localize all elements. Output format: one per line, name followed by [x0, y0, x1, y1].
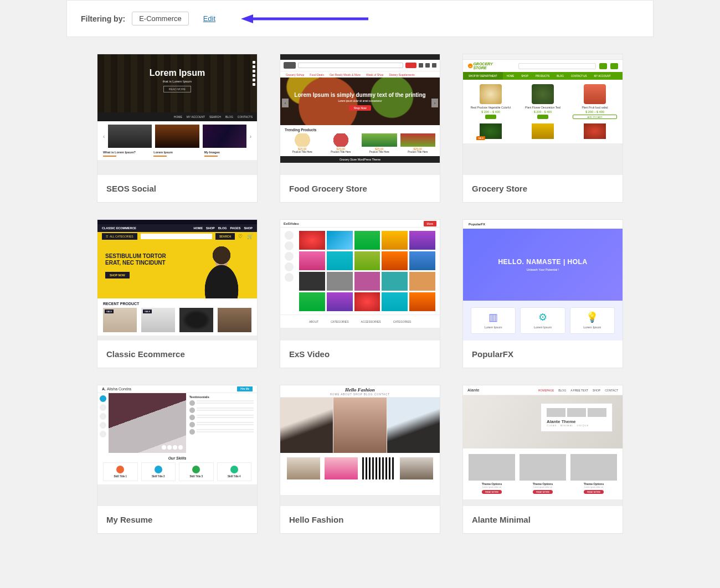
cart-icon [610, 63, 618, 69]
thumb-nav-item: PRODUCTS [532, 75, 553, 78]
thumb-nav-item: HOMEPAGE [538, 389, 554, 392]
thumb-nav-item: HOME [503, 75, 518, 78]
thumb-card-title: Theme Options [520, 482, 566, 486]
thumb-section-title: Our Skills [103, 456, 251, 460]
thumb-button: ALL CATEGORIES [110, 235, 133, 238]
theme-title: SEOS Social [97, 175, 257, 202]
menu-icon: ☰ [106, 235, 108, 238]
theme-card[interactable]: Lorem Ipsum that is Lorem Ipsum READ MOR… [97, 54, 258, 203]
bulb-icon: 💡 [573, 312, 612, 322]
theme-card[interactable]: PopularFX HELLO. NAMASTE | HOLA Unleash … [462, 219, 623, 368]
thumb-logo: Alante [467, 388, 479, 392]
theme-thumbnail: CLASSIC ECOMMERCE HOME SHOP BLOG PAGES S… [97, 220, 257, 341]
theme-card[interactable]: Hello Fashion HOME ABOUT SHOP BLOG CONTA… [280, 385, 440, 534]
thumb-nav-item: BLOG [558, 389, 566, 392]
thumb-button: READ MORE [482, 490, 502, 494]
thumb-logo: CLASSIC ECOMMERCE [102, 226, 136, 230]
thumb-price: $ 200 - $ 400 [521, 110, 565, 114]
theme-card[interactable]: Grocery Sshop Food Deals Get Ready Meals… [280, 54, 440, 203]
thumb-card-title: Theme Options [570, 482, 617, 486]
thumb-button: More [424, 221, 436, 226]
thumb-skill: Skill Title 4 [219, 475, 250, 478]
filter-edit-link[interactable]: Edit [203, 14, 215, 23]
thumb-nav-item: MY ACCOUNT [187, 115, 205, 118]
theme-title: My Resume [97, 506, 257, 533]
theme-card[interactable]: CLASSIC ECOMMERCE HOME SHOP BLOG PAGES S… [97, 219, 258, 368]
thumb-footer: Grocery Store WordPress Theme [280, 156, 440, 163]
thumb-card-label: Lorem Ipsum [474, 326, 513, 329]
thumb-subheading: CLEAN . MINIMAL . UNIQUE [547, 424, 606, 427]
thumb-heading: Lorem Ipsum [97, 54, 257, 78]
theme-thumbnail: ExSVideoMore ABOUT CATEGORIES ACCESSORIE… [280, 220, 440, 341]
thumb-nav-item: SEARCH [209, 115, 221, 118]
theme-title: Grocery Store [463, 175, 623, 202]
thumb-button: READ MORE [163, 86, 191, 92]
thumb-name: Alisha Condra [107, 387, 131, 391]
thumb-product-name: Product Title Here [400, 151, 436, 153]
thumb-card-label: Lorem Ipsum [573, 326, 612, 329]
theme-card[interactable]: ExSVideoMore ABOUT CATEGORIES ACCESSORIE… [280, 219, 440, 368]
thumb-product-name: Product Title Here [362, 151, 397, 153]
thumb-button: Shop Now [349, 105, 371, 111]
theme-title: Alante Minimal [463, 506, 623, 533]
thumb-subheading: Lorem ipsum dolor sit amet consectetur [338, 100, 382, 102]
theme-card[interactable]: Alante HOMEPAGE BLOG A FREE TEXT SHOP CO… [462, 385, 623, 534]
thumb-heading: HELLO. NAMASTE | HOLA [498, 258, 587, 266]
search-icon [599, 63, 607, 69]
thumb-card-title: Theme Options [469, 482, 515, 486]
thumb-heading: Alante Theme [547, 419, 606, 424]
thumb-nav-item: Dietary Supplements [389, 73, 414, 76]
theme-card[interactable]: A. Alisha CondraHire Me Testimonials Our… [97, 385, 258, 534]
thumb-nav-item: CONTACT US [568, 75, 590, 78]
thumb-product-name: Product Title Here [285, 151, 320, 153]
theme-title: Hello Fashion [280, 506, 440, 533]
thumb-nav-item: SHOP [206, 226, 215, 230]
thumb-badge: SALE [105, 310, 114, 313]
thumb-caption: What is Lorem Ipsum? [103, 151, 150, 154]
thumb-nav-item: CONTACTS [238, 115, 253, 118]
theme-thumbnail: Grocery Sshop Food Deals Get Ready Meals… [280, 54, 440, 175]
gear-icon: ⚙ [523, 312, 562, 322]
thumb-heading: Lorem Ipsum is simply dummy text of the … [294, 92, 425, 99]
chevron-left-icon: ‹ [103, 133, 105, 140]
filter-tag[interactable]: E-Commerce [132, 12, 189, 25]
thumb-subheading: that is Lorem Ipsum [97, 80, 257, 83]
thumb-logo: Hello Fashion [280, 387, 440, 393]
thumb-nav: HOME ABOUT SHOP BLOG CONTACT [280, 393, 440, 396]
thumb-product-name: Plant Flower Decoration Teal [521, 106, 565, 109]
thumb-section-title: Testimonials [189, 395, 254, 399]
chevron-right-icon: › [250, 133, 251, 140]
thumb-nav-item: HOME [174, 115, 182, 118]
thumb-nav-item: BLOG [553, 75, 567, 78]
theme-title: PopularFX [463, 341, 623, 368]
thumb-subheading: Unleash Your Potential ! [527, 268, 559, 271]
thumb-nav-item: Food Deals [310, 73, 324, 76]
thumb-logo: GROCERY STORE [473, 62, 495, 70]
theme-thumbnail: A. Alisha CondraHire Me Testimonials Our… [97, 385, 257, 506]
thumb-caption: My Images [204, 151, 251, 154]
thumb-nav-item: Get Ready Meals & More [330, 73, 361, 76]
thumb-nav-item: BLOG [218, 226, 227, 230]
thumb-product-name: Plant Fruit food salad [573, 106, 617, 109]
thumb-skill: Skill Title 2 [143, 475, 174, 478]
theme-card[interactable]: GROCERY STORE SHOP BY DEPARTMENT HOME SH… [462, 54, 623, 203]
thumb-nav-item: SHOP [518, 75, 532, 78]
thumb-logo: A. [102, 387, 106, 391]
theme-thumbnail: GROCERY STORE SHOP BY DEPARTMENT HOME SH… [463, 54, 623, 175]
cart-icon: 🛒 [247, 234, 253, 239]
themes-grid: Lorem Ipsum that is Lorem Ipsum READ MOR… [11, 54, 709, 534]
thumb-nav-item: HOME [194, 226, 203, 230]
thumb-footer-item: CATEGORIES [393, 320, 411, 323]
thumb-section-title: RECENT PRODUCT [103, 302, 251, 306]
thumb-button: READ MORE [533, 490, 553, 494]
theme-thumbnail: Lorem Ipsum that is Lorem Ipsum READ MOR… [97, 54, 257, 175]
thumb-logo: PopularFX [469, 223, 485, 226]
svg-marker-1 [241, 14, 253, 23]
thumb-nav-item: CONTACT [605, 389, 618, 392]
chart-icon: ▥ [474, 312, 513, 322]
theme-title: Food Grocery Store [280, 175, 440, 202]
thumb-footer-item: ABOUT [309, 320, 318, 323]
theme-thumbnail: Alante HOMEPAGE BLOG A FREE TEXT SHOP CO… [463, 385, 623, 506]
thumb-button: SHOP NOW [105, 272, 130, 278]
thumb-nav-item: BLOG [225, 115, 233, 118]
